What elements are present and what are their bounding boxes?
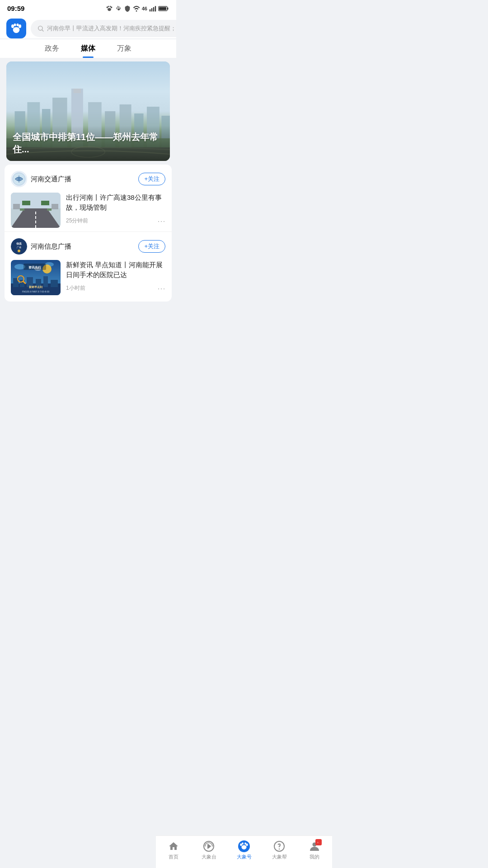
channel-header-1: 河南交通广播 +关注 <box>11 171 165 187</box>
follow-btn-2[interactable]: +关注 <box>138 240 165 253</box>
hero-overlay: 全国城市中排第11位——郑州去年常住... <box>6 126 170 161</box>
news-thumb-1 <box>11 193 61 228</box>
tab-wanxiang[interactable]: 万象 <box>117 44 131 58</box>
header: 河南你早丨甲流进入高发期！河南疾控紧急提醒；... <box>0 15 176 38</box>
4g-icon: 46 <box>142 6 147 11</box>
svg-rect-43 <box>22 201 30 205</box>
news-meta-2: 1小时前 ⋯ <box>66 283 165 293</box>
channel-card-jiaotong: 河南交通广播 +关注 <box>5 165 172 232</box>
svg-rect-39 <box>20 208 24 211</box>
channel-logo-2: 信息 广播 <box>11 238 27 255</box>
channel-logo-1 <box>11 171 27 187</box>
tab-meiti[interactable]: 媒体 <box>81 44 95 58</box>
svg-rect-59 <box>43 276 48 287</box>
svg-rect-41 <box>13 204 20 209</box>
more-icon-1[interactable]: ⋯ <box>157 216 165 226</box>
signal-icon <box>149 5 156 12</box>
news-title-2: 新鲜资讯 早点知道丨河南能开展日间手术的医院已达 <box>66 260 165 280</box>
channel-name-1: 河南交通广播 <box>31 175 71 184</box>
svg-text:新鲜早点到: 新鲜早点到 <box>29 285 42 289</box>
svg-point-0 <box>106 6 108 8</box>
channel-card-xinxi: 信息 广播 河南信息广播 +关注 <box>5 232 172 299</box>
tabs-bar: 政务 媒体 万象 <box>0 39 176 58</box>
svg-point-12 <box>11 24 14 28</box>
channel-avatar-2[interactable]: 信息 广播 <box>11 238 27 255</box>
channel-header-2: 信息 广播 河南信息广播 +关注 <box>11 238 165 255</box>
search-placeholder-text: 河南你早丨甲流进入高发期！河南疾控紧急提醒；... <box>47 24 176 33</box>
news-cards-container: 河南交通广播 +关注 <box>5 165 172 302</box>
svg-point-13 <box>19 24 21 28</box>
search-bar[interactable]: 河南你早丨甲流进入高发期！河南疾控紧急提醒；... <box>31 20 176 37</box>
news-meta-1: 25分钟前 ⋯ <box>66 216 165 226</box>
svg-text:广播: 广播 <box>17 246 21 249</box>
svg-rect-8 <box>155 6 156 11</box>
svg-text:信息: 信息 <box>16 242 22 245</box>
svg-rect-60 <box>51 280 58 287</box>
search-icon <box>37 25 44 32</box>
more-icon-2[interactable]: ⋯ <box>157 283 165 293</box>
nav-home[interactable]: 首页 <box>160 840 176 860</box>
news-time-1: 25分钟前 <box>66 217 88 225</box>
news-time-2: 1小时前 <box>66 284 85 292</box>
tab-zhengwu[interactable]: 政务 <box>45 44 59 58</box>
svg-text:FM105.6  FM97.8  7:00-8:00: FM105.6 FM97.8 7:00-8:00 <box>22 290 50 293</box>
svg-point-1 <box>111 6 112 8</box>
bottom-nav: 首页 大象台 大象号 <box>156 835 176 868</box>
news-item-2[interactable]: 资讯先行 新鲜早点到 FM105.6 FM97.8 7:00-8:00 新鲜资讯… <box>11 260 165 295</box>
nav-home-label: 首页 <box>169 854 176 860</box>
logo-icon <box>9 22 23 35</box>
svg-rect-40 <box>47 208 52 211</box>
channel-info-1: 河南交通广播 <box>11 171 71 187</box>
hand-icon <box>115 5 122 12</box>
news-content-2: 新鲜资讯 早点知道丨河南能开展日间手术的医院已达 1小时前 ⋯ <box>66 260 165 293</box>
shield-icon <box>124 5 131 12</box>
svg-rect-42 <box>52 204 58 209</box>
svg-point-3 <box>109 5 111 7</box>
channel-name-2: 河南信息广播 <box>31 242 71 251</box>
news-thumb-highway <box>11 193 61 228</box>
svg-rect-6 <box>151 8 152 11</box>
news-thumb-2: 资讯先行 新鲜早点到 FM105.6 FM97.8 7:00-8:00 <box>11 260 61 295</box>
hero-title: 全国城市中排第11位——郑州去年常住... <box>13 131 164 156</box>
svg-rect-5 <box>150 9 150 11</box>
battery-icon <box>158 5 169 12</box>
channel-info-2: 信息 广播 河南信息广播 <box>11 238 71 255</box>
svg-rect-22 <box>74 89 81 93</box>
home-icon <box>168 840 176 852</box>
app-logo[interactable] <box>6 19 26 38</box>
paw-icon <box>106 5 113 12</box>
svg-point-48 <box>18 250 20 252</box>
news-content-1: 出行河南丨许广高速38公里有事故，现场管制 25分钟前 ⋯ <box>66 193 165 226</box>
svg-rect-44 <box>41 201 49 205</box>
svg-point-4 <box>136 10 137 12</box>
svg-rect-10 <box>167 7 168 9</box>
hero-banner[interactable]: 全国城市中排第11位——郑州去年常住... <box>6 61 170 161</box>
svg-rect-11 <box>159 7 166 10</box>
wifi-icon <box>133 5 140 12</box>
channel-avatar-1[interactable] <box>11 171 27 187</box>
svg-point-15 <box>17 24 19 26</box>
news-title-1: 出行河南丨许广高速38公里有事故，现场管制 <box>66 193 165 212</box>
news-thumb-broadcast: 资讯先行 新鲜早点到 FM105.6 FM97.8 7:00-8:00 <box>11 260 61 295</box>
status-icons: 46 <box>106 5 169 12</box>
svg-point-14 <box>14 24 16 26</box>
status-bar: 09:59 46 <box>0 0 176 15</box>
svg-text:资讯先行: 资讯先行 <box>28 265 42 269</box>
follow-btn-1[interactable]: +关注 <box>138 173 165 185</box>
status-time: 09:59 <box>7 5 24 12</box>
svg-point-2 <box>108 5 109 7</box>
svg-rect-7 <box>153 7 154 11</box>
news-item-1[interactable]: 出行河南丨许广高速38公里有事故，现场管制 25分钟前 ⋯ <box>11 193 165 228</box>
